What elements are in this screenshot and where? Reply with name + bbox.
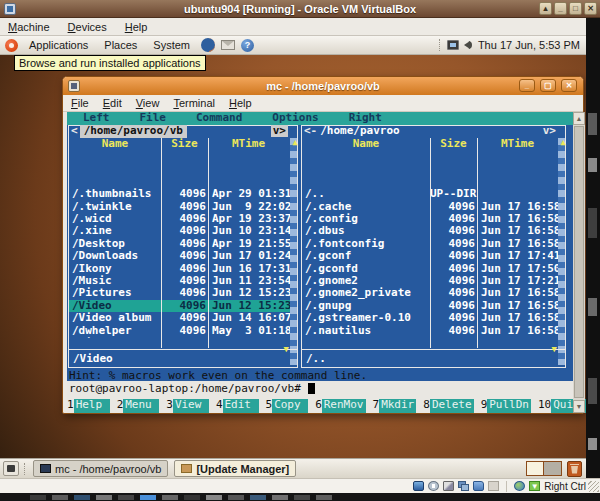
col-header-name[interactable]: Name — [69, 138, 161, 151]
scroll-down-marker: ▼ — [552, 345, 557, 354]
mc-panels-area: < /home/pavroo/vb v> Name Size MTime /.t… — [67, 125, 573, 381]
mc-minimize-button[interactable]: _ — [519, 79, 535, 92]
scroll-down-marker: ▼ — [284, 345, 289, 354]
left-panel-scrollbar[interactable] — [290, 138, 297, 365]
menu-places[interactable]: Places — [99, 39, 142, 51]
left-panel: < /home/pavroo/vb v> Name Size MTime /.t… — [68, 125, 298, 368]
file-row[interactable]: /.thumbnails 4096 Apr 29 01:31 — [69, 188, 290, 200]
function-key[interactable]: 1 Help — [67, 399, 110, 413]
workspace-2[interactable] — [544, 462, 561, 475]
mc-window-title: mc - /home/pavroo/vb — [63, 80, 583, 92]
scroll-up-marker: ▲ — [561, 138, 566, 147]
function-key[interactable]: 2 Menu — [117, 399, 160, 413]
tmenu-help[interactable]: Help — [229, 97, 252, 109]
network-manager-icon[interactable] — [447, 40, 459, 50]
shared-folder-icon[interactable] — [473, 481, 484, 491]
mail-icon[interactable] — [221, 40, 235, 50]
usb-icon[interactable] — [488, 481, 499, 491]
mc-menu-file[interactable]: File — [140, 112, 167, 125]
file-row[interactable]: /Downloads 4096 Jun 17 01:24 — [69, 250, 290, 262]
panel-left-arrow[interactable]: < — [69, 125, 78, 137]
scroll-up-button[interactable]: ▲ — [573, 112, 585, 125]
taskbar-window-button[interactable]: mc - /home/pavroo/vb — [33, 460, 168, 477]
right-panel-status: /.. — [306, 353, 326, 365]
file-row[interactable]: /Pictures 4096 Jun 12 15:23 — [69, 287, 290, 299]
mc-menu-right[interactable]: Right — [349, 112, 382, 125]
menu-devices[interactable]: Devices — [68, 21, 107, 33]
firefox-icon[interactable] — [201, 38, 215, 52]
host-taskbar — [0, 493, 600, 501]
function-key[interactable]: 5 Copy — [266, 399, 309, 413]
function-key[interactable]: 3 View — [166, 399, 209, 413]
panel-left-arrow[interactable]: <- — [302, 125, 317, 137]
scrollbar-thumb[interactable] — [574, 126, 584, 398]
right-panel-scrollbar[interactable] — [558, 138, 565, 365]
terminal-scrollbar[interactable]: ▲ ▼ — [573, 112, 585, 413]
shell-prompt[interactable]: root@pavroo-laptop:/home/pavroo/vb# — [69, 383, 315, 395]
tmenu-edit[interactable]: Edit — [103, 97, 122, 109]
function-key[interactable]: 8 Delete — [423, 399, 473, 413]
mc-close-button[interactable]: ✕ — [561, 79, 577, 92]
col-header-size[interactable]: Size — [161, 138, 208, 151]
maximize-button[interactable]: □ — [569, 2, 582, 15]
window-icon — [40, 464, 51, 473]
function-key[interactable]: 4 Edit — [216, 399, 259, 413]
scroll-down-button[interactable]: ▼ — [573, 400, 585, 413]
column-divider — [477, 138, 478, 348]
tmenu-terminal[interactable]: Terminal — [173, 97, 215, 109]
workspace-1[interactable] — [527, 462, 544, 475]
resize-grip[interactable] — [588, 481, 599, 492]
col-header-mtime[interactable]: MTime — [208, 138, 289, 151]
shade-button[interactable]: ▴ — [539, 2, 552, 15]
function-key[interactable]: 6 RenMov — [315, 399, 365, 413]
menu-applications[interactable]: Applications — [24, 39, 93, 51]
left-panel-rows: /.thumbnails 4096 Apr 29 01:31 /.twinkle… — [69, 151, 290, 338]
menu-machine[interactable]: Machine — [8, 21, 50, 33]
taskbar-window-button[interactable]: [Update Manager] — [174, 460, 296, 477]
clock[interactable]: Thu 17 Jun, 5:53 PM — [478, 39, 580, 51]
vbox-titlebar[interactable]: ubuntu904 [Running] - Oracle VM VirtualB… — [0, 0, 600, 18]
workspace-switcher[interactable] — [526, 461, 562, 476]
vbox-statusbar: ▼ Right Ctrl — [0, 478, 600, 493]
col-header-mtime[interactable]: MTime — [477, 138, 558, 151]
scroll-up-marker: ▲ — [293, 138, 298, 147]
hdd-icon[interactable] — [413, 481, 424, 491]
help-icon[interactable]: ? — [241, 39, 254, 52]
network-icon[interactable] — [458, 481, 469, 491]
mc-menu-bar: Left File Command Options Right — [67, 112, 573, 125]
tmenu-view[interactable]: View — [136, 97, 160, 109]
close-button[interactable]: ✕ — [584, 2, 597, 15]
cd-icon[interactable] — [428, 481, 439, 491]
mc-menu-left[interactable]: Left — [83, 112, 110, 125]
file-row[interactable]: /sid-en 4096 Jun 17 16:21 — [69, 337, 290, 338]
file-row[interactable]: /.xine 4096 Jun 10 23:14 — [69, 225, 290, 237]
mc-maximize-button[interactable]: ▢ — [540, 79, 556, 92]
terminal-screen[interactable]: Left File Command Options Right < /home/… — [67, 112, 573, 413]
serial-icon[interactable] — [443, 481, 454, 491]
col-header-size[interactable]: Size — [430, 138, 477, 151]
trash-icon[interactable] — [567, 461, 582, 477]
menu-system[interactable]: System — [148, 39, 195, 51]
col-header-name[interactable]: Name — [302, 138, 430, 151]
mc-menu-command[interactable]: Command — [196, 112, 242, 125]
ubuntu-logo-icon[interactable] — [5, 39, 18, 52]
function-key[interactable]: 9 PullDn — [481, 399, 531, 413]
window-selector-icon[interactable] — [3, 461, 19, 476]
mc-titlebar[interactable]: mc - /home/pavroo/vb _ ▢ ✕ — [63, 77, 583, 95]
panel-separator — [439, 39, 442, 51]
features-icon[interactable] — [514, 481, 525, 491]
function-key[interactable]: 7 Mkdir — [373, 399, 417, 413]
volume-icon[interactable] — [464, 41, 470, 49]
left-panel-sort[interactable]: v> — [271, 125, 288, 137]
right-panel-path[interactable]: /home/pavroo — [317, 125, 399, 137]
window-icon — [181, 464, 192, 473]
screen: ubuntu904 [Running] - Oracle VM VirtualB… — [0, 0, 600, 501]
file-row[interactable]: /Video album 4096 Jun 14 16:07 — [69, 312, 290, 324]
right-panel-sort[interactable]: v> — [543, 125, 556, 137]
tmenu-file[interactable]: File — [71, 97, 89, 109]
menu-help[interactable]: Help — [125, 21, 148, 33]
minimize-button[interactable]: _ — [554, 2, 567, 15]
panel-separator-line — [302, 349, 565, 350]
right-panel: <- /home/pavroo v> Name Size MTime /.. U — [301, 125, 566, 368]
left-panel-path[interactable]: /home/pavroo/vb — [80, 125, 187, 137]
